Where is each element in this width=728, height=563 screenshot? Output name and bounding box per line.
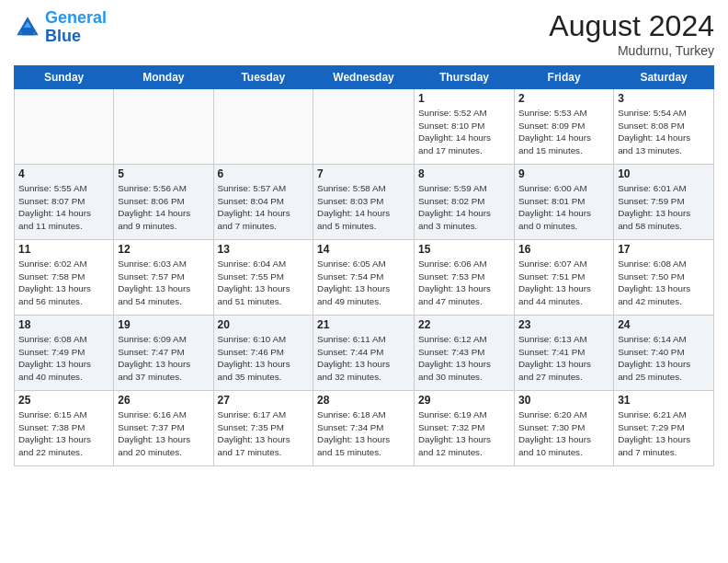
day-number: 10 (618, 167, 710, 180)
calendar-header: Sunday Monday Tuesday Wednesday Thursday… (15, 66, 714, 89)
col-monday: Monday (114, 66, 213, 89)
day-info: Sunrise: 6:06 AM Sunset: 7:53 PM Dayligh… (418, 258, 510, 308)
page: General Blue August 2024 Mudurnu, Turkey… (0, 0, 728, 563)
day-cell: 28Sunrise: 6:18 AM Sunset: 7:34 PM Dayli… (313, 391, 415, 466)
day-info: Sunrise: 5:54 AM Sunset: 8:08 PM Dayligh… (618, 107, 710, 157)
calendar-body: 1Sunrise: 5:52 AM Sunset: 8:10 PM Daylig… (15, 89, 714, 466)
day-info: Sunrise: 5:55 AM Sunset: 8:07 PM Dayligh… (18, 182, 109, 233)
day-number: 16 (518, 243, 609, 256)
day-cell: 21Sunrise: 6:11 AM Sunset: 7:44 PM Dayli… (313, 316, 415, 391)
day-number: 30 (518, 394, 609, 407)
week-row-4: 25Sunrise: 6:15 AM Sunset: 7:38 PM Dayli… (15, 391, 714, 466)
day-info: Sunrise: 6:02 AM Sunset: 7:58 PM Dayligh… (18, 258, 109, 308)
logo-text: General Blue (45, 9, 107, 46)
col-wednesday: Wednesday (313, 66, 415, 89)
day-cell: 11Sunrise: 6:02 AM Sunset: 7:58 PM Dayli… (15, 240, 114, 316)
day-cell: 14Sunrise: 6:05 AM Sunset: 7:54 PM Dayli… (313, 240, 415, 316)
day-number: 31 (618, 394, 710, 407)
day-number: 22 (418, 318, 510, 331)
day-cell: 1Sunrise: 5:52 AM Sunset: 8:10 PM Daylig… (415, 89, 515, 165)
title-block: August 2024 Mudurnu, Turkey (549, 9, 714, 58)
day-info: Sunrise: 6:10 AM Sunset: 7:46 PM Dayligh… (218, 333, 310, 384)
day-cell: 3Sunrise: 5:54 AM Sunset: 8:08 PM Daylig… (614, 89, 714, 165)
day-info: Sunrise: 5:56 AM Sunset: 8:06 PM Dayligh… (118, 182, 209, 233)
day-number: 27 (218, 394, 310, 407)
day-info: Sunrise: 6:21 AM Sunset: 7:29 PM Dayligh… (618, 408, 710, 459)
day-cell: 27Sunrise: 6:17 AM Sunset: 7:35 PM Dayli… (213, 391, 313, 466)
day-cell: 15Sunrise: 6:06 AM Sunset: 7:53 PM Dayli… (415, 240, 515, 316)
day-number: 6 (218, 167, 310, 180)
day-cell: 13Sunrise: 6:04 AM Sunset: 7:55 PM Dayli… (213, 240, 313, 316)
day-number: 25 (18, 394, 109, 407)
day-number: 28 (317, 394, 410, 407)
day-info: Sunrise: 6:05 AM Sunset: 7:54 PM Dayligh… (317, 258, 410, 308)
day-info: Sunrise: 6:00 AM Sunset: 8:01 PM Dayligh… (518, 182, 609, 233)
col-tuesday: Tuesday (213, 66, 313, 89)
day-info: Sunrise: 6:08 AM Sunset: 7:49 PM Dayligh… (18, 333, 109, 384)
day-info: Sunrise: 6:14 AM Sunset: 7:40 PM Dayligh… (618, 333, 710, 384)
day-number: 1 (418, 92, 510, 105)
day-number: 17 (618, 243, 710, 256)
day-info: Sunrise: 6:15 AM Sunset: 7:38 PM Dayligh… (18, 408, 109, 459)
day-cell: 7Sunrise: 5:58 AM Sunset: 8:03 PM Daylig… (313, 165, 415, 240)
day-info: Sunrise: 6:19 AM Sunset: 7:32 PM Dayligh… (418, 408, 510, 459)
day-cell: 17Sunrise: 6:08 AM Sunset: 7:50 PM Dayli… (614, 240, 714, 316)
day-number: 24 (618, 318, 710, 331)
day-cell: 18Sunrise: 6:08 AM Sunset: 7:49 PM Dayli… (15, 316, 114, 391)
day-cell: 8Sunrise: 5:59 AM Sunset: 8:02 PM Daylig… (415, 165, 515, 240)
col-saturday: Saturday (614, 66, 714, 89)
logo: General Blue (14, 9, 107, 46)
day-number: 12 (118, 243, 209, 256)
week-row-0: 1Sunrise: 5:52 AM Sunset: 8:10 PM Daylig… (15, 89, 714, 165)
day-number: 20 (218, 318, 310, 331)
day-number: 23 (518, 318, 609, 331)
day-number: 26 (118, 394, 209, 407)
day-cell: 25Sunrise: 6:15 AM Sunset: 7:38 PM Dayli… (15, 391, 114, 466)
day-cell: 31Sunrise: 6:21 AM Sunset: 7:29 PM Dayli… (614, 391, 714, 466)
day-number: 15 (418, 243, 510, 256)
day-number: 9 (518, 167, 609, 180)
day-info: Sunrise: 6:11 AM Sunset: 7:44 PM Dayligh… (317, 333, 410, 384)
day-info: Sunrise: 6:01 AM Sunset: 7:59 PM Dayligh… (618, 182, 710, 233)
day-number: 14 (317, 243, 410, 256)
day-cell: 20Sunrise: 6:10 AM Sunset: 7:46 PM Dayli… (213, 316, 313, 391)
day-info: Sunrise: 5:59 AM Sunset: 8:02 PM Dayligh… (418, 182, 510, 233)
day-info: Sunrise: 5:58 AM Sunset: 8:03 PM Dayligh… (317, 182, 410, 233)
day-cell: 2Sunrise: 5:53 AM Sunset: 8:09 PM Daylig… (515, 89, 614, 165)
day-info: Sunrise: 6:03 AM Sunset: 7:57 PM Dayligh… (118, 258, 209, 308)
day-number: 2 (518, 92, 609, 105)
day-number: 4 (18, 167, 109, 180)
day-cell: 12Sunrise: 6:03 AM Sunset: 7:57 PM Dayli… (114, 240, 213, 316)
day-number: 29 (418, 394, 510, 407)
week-row-1: 4Sunrise: 5:55 AM Sunset: 8:07 PM Daylig… (15, 165, 714, 240)
day-cell: 29Sunrise: 6:19 AM Sunset: 7:32 PM Dayli… (415, 391, 515, 466)
header: General Blue August 2024 Mudurnu, Turkey (14, 9, 714, 58)
day-cell: 4Sunrise: 5:55 AM Sunset: 8:07 PM Daylig… (15, 165, 114, 240)
day-info: Sunrise: 6:04 AM Sunset: 7:55 PM Dayligh… (218, 258, 310, 308)
day-cell: 30Sunrise: 6:20 AM Sunset: 7:30 PM Dayli… (515, 391, 614, 466)
day-cell (313, 89, 415, 165)
day-number: 13 (218, 243, 310, 256)
day-number: 11 (18, 243, 109, 256)
day-info: Sunrise: 5:57 AM Sunset: 8:04 PM Dayligh… (218, 182, 310, 233)
day-info: Sunrise: 6:17 AM Sunset: 7:35 PM Dayligh… (218, 408, 310, 459)
day-cell: 5Sunrise: 5:56 AM Sunset: 8:06 PM Daylig… (114, 165, 213, 240)
day-cell: 19Sunrise: 6:09 AM Sunset: 7:47 PM Dayli… (114, 316, 213, 391)
day-cell: 24Sunrise: 6:14 AM Sunset: 7:40 PM Dayli… (614, 316, 714, 391)
day-info: Sunrise: 6:13 AM Sunset: 7:41 PM Dayligh… (518, 333, 609, 384)
day-cell: 6Sunrise: 5:57 AM Sunset: 8:04 PM Daylig… (213, 165, 313, 240)
month-title: August 2024 (549, 9, 714, 43)
day-info: Sunrise: 6:18 AM Sunset: 7:34 PM Dayligh… (317, 408, 410, 459)
logo-general: General (45, 8, 107, 27)
day-number: 18 (18, 318, 109, 331)
col-thursday: Thursday (415, 66, 515, 89)
day-number: 7 (317, 167, 410, 180)
day-cell: 16Sunrise: 6:07 AM Sunset: 7:51 PM Dayli… (515, 240, 614, 316)
day-cell: 22Sunrise: 6:12 AM Sunset: 7:43 PM Dayli… (415, 316, 515, 391)
day-cell (114, 89, 213, 165)
week-row-3: 18Sunrise: 6:08 AM Sunset: 7:49 PM Dayli… (15, 316, 714, 391)
day-info: Sunrise: 6:07 AM Sunset: 7:51 PM Dayligh… (518, 258, 609, 308)
day-cell: 23Sunrise: 6:13 AM Sunset: 7:41 PM Dayli… (515, 316, 614, 391)
day-cell: 10Sunrise: 6:01 AM Sunset: 7:59 PM Dayli… (614, 165, 714, 240)
calendar: Sunday Monday Tuesday Wednesday Thursday… (14, 65, 714, 466)
